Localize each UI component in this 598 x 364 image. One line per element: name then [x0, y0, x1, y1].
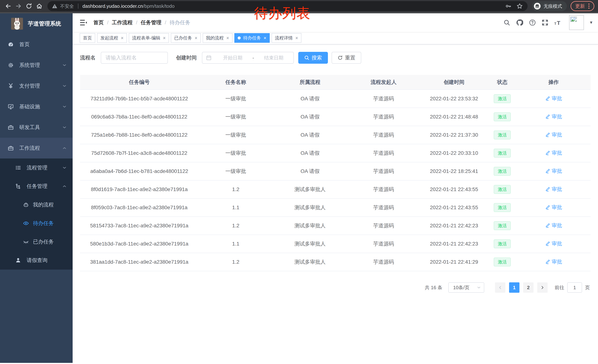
cell-process: 测试多审批人 — [273, 198, 347, 217]
status-badge: 激活 — [494, 167, 511, 176]
url-host[interactable]: dashboard.yudao.iocoder.cn — [83, 3, 143, 9]
end-date-placeholder[interactable]: 结束日期 — [254, 55, 293, 61]
status-badge: 激活 — [494, 130, 511, 139]
url-path[interactable]: /bpm/task/todo — [143, 3, 175, 9]
breadcrumb-task-management[interactable]: 任务管理 — [141, 19, 162, 26]
page-size-select[interactable]: 10条/页 — [448, 282, 484, 293]
reset-button[interactable]: 重置 — [332, 52, 361, 64]
bookmark-star-icon[interactable] — [516, 3, 523, 9]
refresh-icon — [338, 55, 343, 60]
close-icon[interactable]: × — [163, 36, 166, 40]
update-label[interactable]: 更新 — [575, 3, 585, 9]
tab-my-process[interactable]: 我的流程× — [203, 33, 233, 43]
sidebar-item-task-management[interactable]: 任务管理 — [0, 177, 73, 195]
process-name-input[interactable] — [101, 52, 168, 64]
sidebar-item-process-management[interactable]: 流程管理 — [0, 159, 73, 177]
cell-process: 测试多审批人 — [273, 253, 347, 271]
edit-icon — [545, 132, 550, 138]
sidebar-logo[interactable]: 芋道管理系统 — [0, 13, 73, 34]
sidebar-item-todo-tasks[interactable]: 待办任务 — [0, 214, 73, 233]
not-secure-label[interactable]: 不安全 — [60, 3, 74, 9]
chevron-right-icon — [540, 285, 545, 290]
approve-button[interactable]: 审批 — [545, 95, 562, 102]
close-icon[interactable]: × — [226, 36, 229, 40]
tab-home[interactable]: 首页 — [80, 33, 95, 43]
search-icon[interactable] — [504, 19, 510, 26]
approve-button[interactable]: 审批 — [545, 240, 562, 247]
browser-home-button[interactable] — [34, 1, 44, 11]
browser-forward-button[interactable] — [13, 1, 24, 11]
approve-button[interactable]: 审批 — [545, 131, 562, 138]
sidebar-item-infrastructure[interactable]: 基础设施 — [0, 96, 73, 117]
approve-button[interactable]: 审批 — [545, 168, 562, 175]
table-row: 58154733-7ac8-11ec-a9e2-a2380e71991a 1.2… — [80, 217, 590, 235]
approve-button[interactable]: 审批 — [545, 258, 562, 265]
cell-created: 2022-01-22 20:33:10 — [420, 144, 488, 162]
sidebar-item-label: 任务管理 — [27, 183, 47, 190]
start-date-placeholder[interactable]: 开始日期 — [213, 55, 252, 61]
browser-back-button[interactable] — [3, 1, 13, 11]
table-row: 069c6a63-7b8a-11ec-8ef0-acde48001122 一级审… — [80, 108, 590, 126]
cell-process: OA 请假 — [273, 108, 347, 126]
breadcrumb-home[interactable]: 首页 — [93, 19, 104, 26]
svg-text:T: T — [557, 20, 560, 26]
tab-start-process[interactable]: 发起流程× — [97, 33, 127, 43]
date-range-picker[interactable]: 开始日期 - 结束日期 — [202, 52, 294, 64]
help-icon[interactable] — [529, 19, 536, 26]
close-icon[interactable]: × — [264, 36, 266, 40]
sidebar-item-payment[interactable]: 支付管理 — [0, 75, 73, 96]
chevron-down-icon — [62, 125, 67, 129]
cell-starter: 芋道源码 — [347, 90, 420, 108]
chevron-down-icon — [62, 63, 67, 67]
search-button[interactable]: 搜索 — [298, 52, 328, 64]
status-badge: 激活 — [494, 94, 511, 103]
kebab-menu-icon[interactable] — [588, 3, 590, 9]
tab-done-tasks[interactable]: 已办任务× — [171, 33, 201, 43]
browser-reload-button[interactable] — [24, 1, 34, 11]
tab-todo-tasks[interactable]: 待办任务× — [234, 33, 270, 43]
cell-task-id: 580e1b3d-7ac8-11ec-a9e2-a2380e71991a — [80, 235, 199, 253]
cell-task-name: 一级审批 — [199, 90, 273, 108]
cell-created: 2022-01-21 22:43:55 — [420, 180, 488, 198]
approve-button[interactable]: 审批 — [545, 204, 562, 211]
sidebar-item-label: 研发工具 — [19, 124, 40, 131]
password-key-icon[interactable] — [505, 3, 511, 9]
sidebar-item-label: 工作流程 — [19, 145, 40, 152]
page-button-2[interactable]: 2 — [523, 282, 533, 293]
close-icon[interactable]: × — [295, 36, 298, 40]
page-button-1[interactable]: 1 — [509, 282, 519, 293]
next-page-button[interactable] — [537, 282, 548, 293]
robot-icon — [23, 202, 29, 208]
breadcrumb-current: 待办任务 — [169, 19, 190, 26]
github-icon[interactable] — [516, 19, 523, 26]
back-icon — [5, 3, 11, 9]
approve-button[interactable]: 审批 — [545, 186, 562, 193]
browser-update-button[interactable]: 更新 — [571, 1, 594, 11]
avatar[interactable] — [569, 15, 584, 30]
cell-process: OA 请假 — [273, 90, 347, 108]
sidebar-item-workflow[interactable]: 工作流程 — [0, 138, 73, 159]
sidebar-item-home[interactable]: 首页 — [0, 34, 73, 55]
goto-page-input[interactable] — [567, 282, 582, 293]
approve-button[interactable]: 审批 — [545, 149, 562, 156]
approve-button[interactable]: 审批 — [545, 113, 562, 120]
tab-process-detail[interactable]: 流程详情× — [272, 33, 301, 43]
sidebar-item-system[interactable]: 系统管理 — [0, 55, 73, 75]
font-size-icon[interactable]: TT — [554, 19, 562, 26]
sidebar-item-dev-tools[interactable]: 研发工具 — [0, 117, 73, 138]
sidebar-collapse-button[interactable] — [80, 19, 87, 26]
tab-process-form-edit[interactable]: 流程表单-编辑× — [129, 33, 169, 43]
table-row: 73211d9d-7b9b-11ec-b5b7-acde48001122 一级审… — [80, 90, 590, 108]
close-icon[interactable]: × — [121, 36, 124, 40]
sidebar-item-my-process[interactable]: 我的流程 — [0, 195, 73, 214]
approve-button[interactable]: 审批 — [545, 222, 562, 229]
avatar-caret-icon[interactable]: ▼ — [589, 20, 593, 25]
cell-task-name: 1.2 — [199, 253, 273, 271]
prev-page-button[interactable] — [495, 282, 505, 293]
sidebar-item-leave-query[interactable]: 请假查询 — [0, 251, 73, 270]
close-icon[interactable]: × — [194, 36, 197, 40]
sidebar-item-done-tasks[interactable]: 已办任务 — [0, 233, 73, 251]
fullscreen-icon[interactable] — [542, 19, 548, 26]
cell-starter: 芋道源码 — [347, 144, 420, 162]
breadcrumb-workflow[interactable]: 工作流程 — [112, 19, 133, 26]
